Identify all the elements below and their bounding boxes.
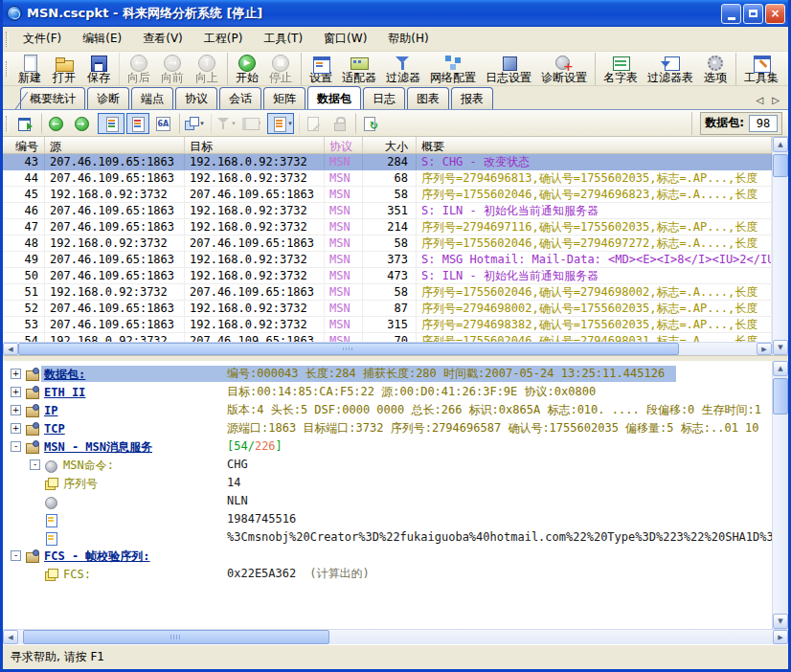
view-tab[interactable]: 日志 xyxy=(363,87,405,109)
decode-tree-node[interactable]: TCP 源端口:1863 目标端口:3732 序列号:2794696587 确认… xyxy=(3,419,772,437)
toolbar-button[interactable]: 过滤器表 xyxy=(643,53,698,85)
packet-toolbar-button[interactable]: ▾ xyxy=(179,113,206,134)
decode-tree-node[interactable]: 数据包: 编号:000043 长度:284 捕获长度:280 时间戳:2007-… xyxy=(3,365,772,383)
packet-toolbar-button[interactable] xyxy=(126,113,149,134)
table-horizontal-scrollbar[interactable]: ◀ ▶ xyxy=(3,342,772,355)
toolbar-button[interactable]: 新建 xyxy=(12,53,47,85)
table-column-header[interactable]: 编号 xyxy=(3,137,45,153)
expand-toggle-icon[interactable] xyxy=(11,405,21,415)
packet-toolbar-button[interactable]: ▾ xyxy=(211,113,237,134)
scrollbar-track[interactable] xyxy=(773,177,788,340)
toolbar-button[interactable]: 过滤器 xyxy=(381,53,425,85)
menu-item[interactable]: 编辑(E) xyxy=(72,27,132,51)
packet-toolbar-button[interactable] xyxy=(98,113,124,134)
toolbar-button[interactable]: 日志设置 xyxy=(481,53,536,85)
view-tab[interactable]: 诊断 xyxy=(87,87,129,109)
expand-toggle-icon[interactable] xyxy=(11,369,21,379)
decode-tree-node[interactable]: %3Cmsnobj%20Creator%3D%22fukaiguoba%40ho… xyxy=(3,528,772,547)
decode-tree-node[interactable]: NLN xyxy=(3,492,772,510)
decode-horizontal-scrollbar[interactable]: ◀ ▶ xyxy=(3,629,788,644)
view-tab[interactable]: 矩阵 xyxy=(263,87,305,109)
view-tab[interactable]: 报表 xyxy=(451,87,493,109)
toolbar-button[interactable]: 名字表 xyxy=(595,53,643,85)
table-column-header[interactable]: 大小 xyxy=(363,137,417,153)
table-row[interactable]: 44 207.46.109.65:1863 192.168.0.92:3732 … xyxy=(3,170,772,187)
scroll-right-icon[interactable]: ▶ xyxy=(773,630,788,644)
toolbar-button[interactable]: 向前 xyxy=(155,53,190,85)
decode-tree-node[interactable]: ETH II 目标:00:14:85:CA:F5:22 源:00:D0:41:2… xyxy=(3,383,772,401)
packet-toolbar-button[interactable] xyxy=(328,113,350,134)
table-row[interactable]: 43 207.46.109.65:1863 192.168.0.92:3732 … xyxy=(3,154,772,170)
scroll-left-icon[interactable]: ◀ xyxy=(3,343,18,355)
scrollbar-thumb[interactable] xyxy=(18,343,679,355)
packet-toolbar-button[interactable]: ▾ xyxy=(239,113,262,134)
view-tab[interactable]: 概要统计 xyxy=(20,87,85,109)
expand-toggle-icon[interactable] xyxy=(30,459,40,470)
decode-vertical-scrollbar[interactable]: ▲ ▼ xyxy=(772,361,788,629)
toolbar-grip[interactable] xyxy=(6,61,9,77)
view-tab[interactable]: 会话 xyxy=(219,87,261,109)
toolbar-button[interactable]: 开始 xyxy=(227,53,263,85)
toolbar-button[interactable]: 停止 xyxy=(263,53,298,85)
table-column-header[interactable]: 目标 xyxy=(185,137,325,153)
table-row[interactable]: 54 192.168.0.92:3732 207.46.109.65:1863 … xyxy=(3,333,772,342)
toolbar-button[interactable]: 适配器 xyxy=(337,53,381,85)
toolbar-button[interactable]: 工具集 xyxy=(735,53,783,85)
scrollbar-track[interactable] xyxy=(679,343,757,355)
scroll-up-icon[interactable]: ▲ xyxy=(773,137,788,152)
scroll-up-icon[interactable]: ▲ xyxy=(773,361,788,376)
scroll-down-icon[interactable]: ▼ xyxy=(773,340,788,355)
menu-item[interactable]: 查看(V) xyxy=(132,27,193,51)
decode-tree-node[interactable]: FCS - 帧校验序列: xyxy=(3,547,772,565)
scrollbar-thumb[interactable] xyxy=(23,630,329,644)
toolbar-button[interactable]: 选项 xyxy=(698,53,733,85)
decode-tree-node[interactable]: 序列号 14 xyxy=(3,474,772,492)
scrollbar-track[interactable] xyxy=(329,630,773,644)
expand-toggle-icon[interactable] xyxy=(11,441,21,452)
scroll-left-icon[interactable]: ◀ xyxy=(3,630,18,644)
view-tab[interactable]: 图表 xyxy=(407,87,449,109)
menu-item[interactable]: 帮助(H) xyxy=(377,27,439,51)
menu-item[interactable]: 文件(F) xyxy=(12,27,72,51)
table-row[interactable]: 51 192.168.0.92:3732 207.46.109.65:1863 … xyxy=(3,284,772,301)
decode-tree-node[interactable]: FCS: 0x22E5A362(计算出的) xyxy=(3,565,772,583)
decode-tree-node[interactable]: IP 版本:4 头长:5 DSF:0000 0000 总长:266 标识:0x8… xyxy=(3,401,772,419)
menu-item[interactable]: 窗口(W) xyxy=(313,27,377,51)
packet-toolbar-button[interactable]: ▾ xyxy=(267,113,294,134)
packet-toolbar-button[interactable] xyxy=(355,113,382,134)
menu-item[interactable]: 工程(P) xyxy=(193,27,254,51)
scrollbar-thumb[interactable] xyxy=(773,154,788,177)
toolbar-button[interactable]: 向上 xyxy=(190,53,224,85)
expand-toggle-icon[interactable] xyxy=(11,423,21,434)
scrollbar-thumb[interactable] xyxy=(773,378,788,414)
toolbar-button[interactable]: 诊断设置 xyxy=(536,53,592,85)
expand-toggle-icon[interactable] xyxy=(11,387,21,397)
table-row[interactable]: 50 207.46.109.65:1863 192.168.0.92:3732 … xyxy=(3,268,772,284)
toolbar-button[interactable]: 保存 xyxy=(81,53,116,85)
packet-toolbar-button[interactable] xyxy=(299,113,326,134)
close-button[interactable]: × xyxy=(765,4,785,24)
maximize-button[interactable] xyxy=(743,4,763,24)
toolbar-grip[interactable] xyxy=(6,32,9,47)
table-column-header[interactable]: 概要 xyxy=(417,137,772,153)
toolbar-button[interactable]: 设置 xyxy=(301,53,337,85)
expand-toggle-icon[interactable] xyxy=(11,550,21,561)
view-tab[interactable]: 数据包 xyxy=(307,86,361,109)
scroll-right-icon[interactable]: ▶ xyxy=(757,343,772,355)
packet-toolbar-button[interactable] xyxy=(41,113,68,134)
table-row[interactable]: 53 207.46.109.65:1863 192.168.0.92:3732 … xyxy=(3,317,772,333)
packet-toolbar-button[interactable] xyxy=(13,113,36,134)
menu-item[interactable]: 工具(T) xyxy=(253,27,313,51)
table-row[interactable]: 49 207.46.109.65:1863 192.168.0.92:3732 … xyxy=(3,252,772,268)
scroll-down-icon[interactable]: ▼ xyxy=(773,614,788,629)
table-row[interactable]: 46 207.46.109.65:1863 192.168.0.92:3732 … xyxy=(3,203,772,219)
table-vertical-scrollbar[interactable]: ▲ ▼ xyxy=(772,137,788,355)
table-row[interactable]: 52 207.46.109.65:1863 192.168.0.92:3732 … xyxy=(3,301,772,317)
view-tab[interactable]: 协议 xyxy=(175,87,217,109)
toolbar-button[interactable]: 网络配置 xyxy=(425,53,481,85)
table-column-header[interactable]: 协议 xyxy=(325,137,363,153)
decode-tree-node[interactable]: MSN命令: CHG xyxy=(3,456,772,474)
toolbar-button[interactable]: 向后 xyxy=(119,53,155,85)
packet-toolbar-button[interactable] xyxy=(151,113,174,134)
table-row[interactable]: 47 207.46.109.65:1863 192.168.0.92:3732 … xyxy=(3,219,772,235)
